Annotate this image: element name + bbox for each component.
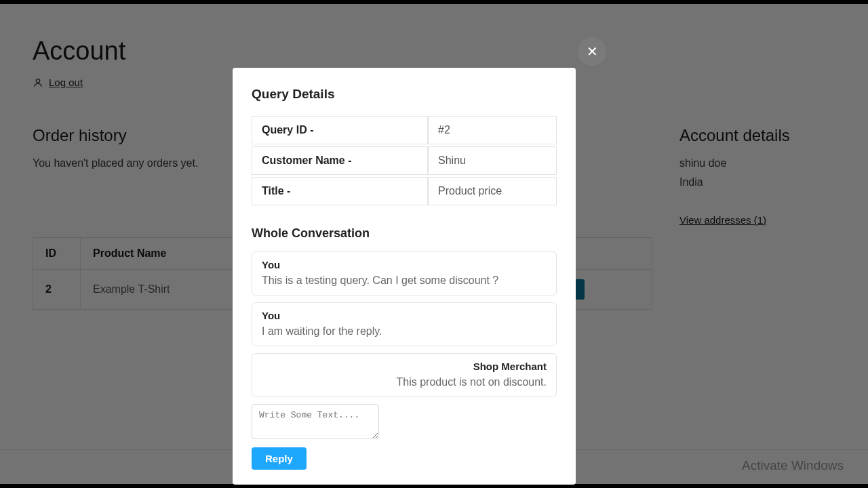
message-you-1: You This is a testing query. Can I get s… [252, 251, 557, 296]
title-value: Product price [428, 177, 557, 205]
customer-name-label: Customer Name - [252, 146, 428, 175]
query-id-label: Query ID - [252, 116, 428, 144]
message-merchant: Shop Merchant This product is not on dis… [252, 353, 557, 397]
message-body: I am waiting for the reply. [262, 325, 547, 338]
customer-name-value: Shinu [428, 146, 557, 175]
message-you-2: You I am waiting for the reply. [252, 302, 557, 346]
message-sender: You [262, 310, 547, 321]
reply-button[interactable]: Reply [252, 447, 307, 470]
message-body: This product is not on discount. [262, 376, 547, 388]
kv-row: Customer Name - Shinu [252, 146, 557, 175]
message-sender: Shop Merchant [262, 361, 547, 372]
query-details-table: Query ID - #2 Customer Name - Shinu Titl… [252, 114, 557, 207]
kv-row: Title - Product price [252, 177, 557, 205]
close-button[interactable]: ✕ [578, 37, 606, 66]
close-icon: ✕ [587, 43, 598, 60]
query-id-value: #2 [428, 116, 557, 144]
message-sender: You [262, 259, 547, 270]
message-body: This is a testing query. Can I get some … [262, 274, 547, 287]
modal-title: Query Details [252, 87, 557, 102]
title-label: Title - [252, 177, 428, 205]
kv-row: Query ID - #2 [252, 116, 557, 144]
reply-textarea[interactable] [252, 404, 379, 439]
query-details-modal: Query Details Query ID - #2 Customer Nam… [233, 68, 576, 485]
conversation-heading: Whole Conversation [252, 226, 557, 241]
